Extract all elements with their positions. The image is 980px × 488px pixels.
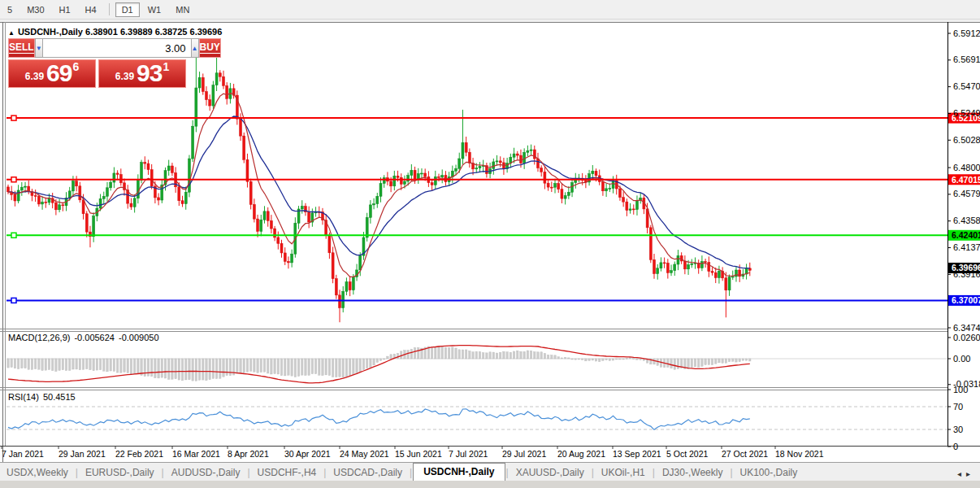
buy-price-small: 6.39 [115,71,134,82]
tab-ukoil-h1[interactable]: UKOil-,H1 [595,464,652,481]
svg-text:29 Jan 2021: 29 Jan 2021 [59,449,106,459]
svg-text:15 Jun 2021: 15 Jun 2021 [395,449,442,459]
timeframe-toolbar: 5M30H1H4D1W1MN [0,0,980,20]
tab-scroll-right-icon: ▸ [966,469,975,478]
chart-symbol-label: USDCNH-,Daily [18,27,83,37]
svg-text:6.39165: 6.39165 [953,269,980,279]
macd-indicator-title: MACD(12,26,9)-0.005624-0.009050 [8,333,163,342]
svg-text:6.43585: 6.43585 [953,216,980,225]
window-bottom-strip [0,481,980,488]
level-handle[interactable] [11,177,16,182]
timeframe-button-d1[interactable]: D1 [115,2,140,17]
timeframe-button-m30[interactable]: M30 [20,2,50,17]
chart-ohlc-values: 6.38901 6.39889 6.38725 6.39696 [85,27,222,37]
svg-text:18 Nov 2021: 18 Nov 2021 [775,449,824,459]
buy-price-sup: 1 [163,60,169,73]
volume-input[interactable] [43,38,191,58]
svg-text:6.52490: 6.52490 [953,108,980,118]
tab-usdchf-h4[interactable]: USDCHF-,H4 [251,464,323,481]
svg-text:0.02607: 0.02607 [953,333,980,342]
chart-tab-bar: USDX,Weekly|EURUSD-,Daily|AUDUSD-,Daily|… [0,462,980,481]
svg-text:6.37007: 6.37007 [952,295,980,305]
svg-text:13 Sep 2021: 13 Sep 2021 [613,449,661,459]
svg-text:6.45795: 6.45795 [953,189,980,198]
svg-text:20 Aug 2021: 20 Aug 2021 [557,449,605,459]
collapse-triangle-icon[interactable]: ▲ [8,29,15,37]
svg-text:6.42401: 6.42401 [952,230,980,240]
svg-text:6.47015: 6.47015 [952,175,980,185]
svg-text:6.50280: 6.50280 [953,135,980,145]
tab-scroll-arrows[interactable]: ◂▸ [957,469,975,478]
svg-text:7 Jul 2021: 7 Jul 2021 [449,449,488,459]
svg-text:0: 0 [953,442,958,451]
tab-usdcnh-daily[interactable]: USDCNH-,Daily [413,463,505,481]
chart-window: 6.521096.470156.424016.370076.396966.591… [0,22,980,462]
svg-text:16 Mar 2021: 16 Mar 2021 [172,449,220,459]
sell-button[interactable]: SELL [8,38,35,58]
svg-text:6.54700: 6.54700 [953,81,980,91]
timeframe-button-h4[interactable]: H4 [79,2,103,17]
buy-price-big: 93 [137,62,162,85]
timeframe-button-w1[interactable]: W1 [141,2,168,17]
sell-price-small: 6.39 [25,71,44,82]
volume-increase-button[interactable]: ▲ [191,38,199,58]
svg-text:30: 30 [953,425,963,434]
spinner-down-icon: ▼ [36,45,42,52]
level-handle[interactable] [11,298,16,303]
sell-price-big: 69 [46,62,72,85]
svg-text:8 Apr 2021: 8 Apr 2021 [228,449,269,459]
rsi-indicator-title: RSI(14)50.4515 [8,392,80,402]
level-handle[interactable] [11,115,16,120]
svg-text:6.48005: 6.48005 [953,163,980,172]
svg-text:5 Oct 2021: 5 Oct 2021 [666,449,709,459]
svg-text:70: 70 [953,402,963,412]
timeframe-button-mn[interactable]: MN [169,2,196,17]
toolbar-divider [109,3,110,15]
svg-text:0.00: 0.00 [953,354,970,364]
tab-audusd-daily[interactable]: AUDUSD-,Daily [165,464,247,481]
sell-price-sup: 6 [72,60,79,73]
svg-text:22 Feb 2021: 22 Feb 2021 [115,449,163,459]
tab-scroll-left-icon: ◂ [957,469,966,478]
tab-xauusd-daily[interactable]: XAUUSD-,Daily [510,464,591,481]
buy-button[interactable]: BUY [199,38,221,58]
tab-eurusd-daily[interactable]: EURUSD-,Daily [79,464,161,481]
tab-dj30-weekly[interactable]: DJ30-,Weekly [656,464,729,481]
buy-price-button[interactable]: 6.39 93 1 [98,59,186,88]
svg-text:100: 100 [953,385,968,394]
svg-text:29 Jul 2021: 29 Jul 2021 [502,449,546,459]
chart-title: ▲USDCNH-,Daily 6.38901 6.39889 6.38725 6… [8,27,222,37]
tab-usdx-weekly[interactable]: USDX,Weekly [0,464,75,481]
timeframe-button-5[interactable]: 5 [1,2,19,17]
svg-text:6.56910: 6.56910 [953,54,980,64]
spinner-up-icon: ▲ [192,45,198,52]
svg-text:7 Jan 2021: 7 Jan 2021 [2,449,44,459]
svg-text:6.59120: 6.59120 [953,28,980,38]
timeframe-button-h1[interactable]: H1 [53,2,77,17]
svg-text:27 Oct 2021: 27 Oct 2021 [722,449,768,459]
tab-usdcad-daily[interactable]: USDCAD-,Daily [327,464,409,481]
tab-uk100-daily[interactable]: UK100-,Daily [734,464,804,481]
svg-text:6.41375: 6.41375 [953,242,980,252]
chart-canvas[interactable]: 6.521096.470156.424016.370076.396966.591… [0,22,980,462]
level-handle[interactable] [11,233,16,237]
svg-text:30 Apr 2021: 30 Apr 2021 [284,449,331,459]
sell-price-button[interactable]: 6.39 69 6 [8,59,96,88]
svg-text:6.34745: 6.34745 [953,323,980,333]
svg-text:24 May 2021: 24 May 2021 [340,449,389,459]
volume-decrease-button[interactable]: ▼ [35,38,43,58]
one-click-trading-panel: SELL ▼ ▲ BUY 6.39 69 6 6.39 93 1 [8,38,186,88]
